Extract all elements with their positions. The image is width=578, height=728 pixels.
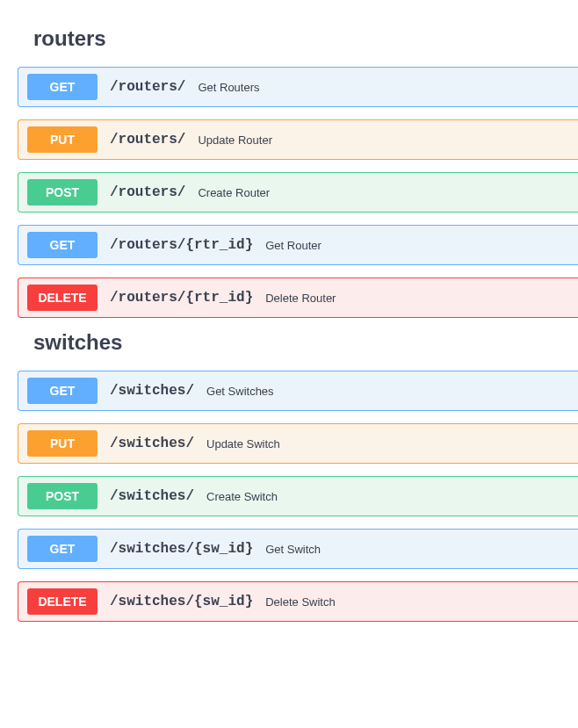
endpoint-row[interactable]: POST /switches/ Create Switch bbox=[18, 476, 578, 516]
method-badge: PUT bbox=[27, 126, 98, 153]
method-badge: GET bbox=[27, 536, 98, 562]
endpoint-summary: Create Router bbox=[198, 186, 270, 199]
section-title-routers[interactable]: routers bbox=[33, 26, 578, 51]
endpoint-summary: Update Switch bbox=[206, 437, 280, 450]
endpoint-row[interactable]: GET /switches/ Get Switches bbox=[18, 371, 578, 411]
endpoint-summary: Create Switch bbox=[206, 490, 278, 503]
endpoint-row[interactable]: PUT /switches/ Update Switch bbox=[18, 423, 578, 464]
method-badge: DELETE bbox=[27, 588, 98, 615]
method-badge: GET bbox=[27, 74, 98, 100]
endpoint-row[interactable]: DELETE /routers/{rtr_id} Delete Router bbox=[18, 278, 578, 318]
section-title-switches[interactable]: switches bbox=[33, 330, 578, 355]
endpoint-path: /routers/ bbox=[110, 184, 185, 200]
endpoint-summary: Get Router bbox=[265, 239, 322, 252]
method-badge: GET bbox=[27, 378, 98, 404]
endpoint-path: /switches/ bbox=[110, 436, 194, 451]
endpoint-summary: Get Switch bbox=[265, 543, 321, 556]
endpoint-path: /switches/{sw_id} bbox=[110, 594, 253, 609]
endpoint-summary: Get Switches bbox=[206, 385, 274, 398]
endpoint-path: /routers/{rtr_id} bbox=[110, 237, 253, 253]
endpoint-row[interactable]: GET /routers/{rtr_id} Get Router bbox=[18, 225, 578, 265]
endpoint-summary: Delete Switch bbox=[265, 595, 335, 609]
endpoint-row[interactable]: PUT /routers/ Update Router bbox=[18, 119, 578, 160]
endpoint-path: /routers/{rtr_id} bbox=[110, 290, 253, 306]
endpoint-path: /routers/ bbox=[110, 79, 185, 95]
endpoint-row[interactable]: POST /routers/ Create Router bbox=[18, 172, 578, 213]
method-badge: POST bbox=[27, 483, 98, 509]
endpoint-summary: Get Routers bbox=[198, 81, 259, 94]
endpoint-path: /switches/ bbox=[110, 383, 194, 399]
endpoint-path: /switches/ bbox=[110, 488, 194, 504]
endpoint-row[interactable]: GET /routers/ Get Routers bbox=[18, 67, 578, 107]
endpoint-summary: Update Router bbox=[198, 133, 272, 147]
method-badge: DELETE bbox=[27, 285, 98, 311]
method-badge: GET bbox=[27, 232, 98, 258]
endpoint-path: /switches/{sw_id} bbox=[110, 541, 253, 557]
endpoint-summary: Delete Router bbox=[265, 292, 336, 305]
endpoint-row[interactable]: DELETE /switches/{sw_id} Delete Switch bbox=[18, 581, 578, 622]
method-badge: POST bbox=[27, 179, 98, 205]
endpoint-row[interactable]: GET /switches/{sw_id} Get Switch bbox=[18, 529, 578, 569]
method-badge: PUT bbox=[27, 430, 98, 457]
endpoint-path: /routers/ bbox=[110, 132, 185, 148]
